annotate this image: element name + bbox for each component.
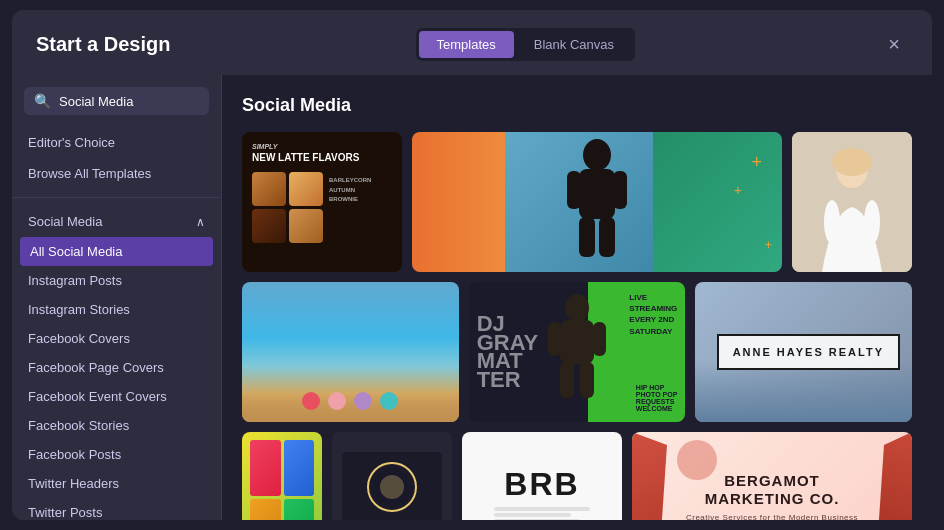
templates-grid-row3: PHOTOGRAPHER BRB — [242, 432, 912, 520]
svg-point-21 — [380, 475, 404, 499]
main-content: Social Media simply NEW LATTE FLAVORS — [222, 75, 932, 520]
sidebar-item-instagram-posts[interactable]: Instagram Posts — [12, 266, 221, 295]
dj-name-text: DJGRAYMATTER — [477, 315, 539, 390]
plus-mark-2: + — [734, 182, 742, 198]
dj-figure — [542, 290, 612, 414]
chevron-up-icon: ∧ — [196, 215, 205, 229]
sidebar-category-social-media[interactable]: Social Media ∧ — [12, 206, 221, 237]
templates-grid: simply NEW LATTE FLAVORS Barleycorn Aut — [242, 132, 912, 272]
sidebar-divider — [12, 197, 221, 198]
bergamot-subtitle: Creative Services for the Modern Busines… — [672, 513, 872, 520]
modal-title: Start a Design — [36, 33, 170, 56]
realty-name: ANNE HAYES REALTY — [733, 346, 884, 358]
svg-rect-5 — [599, 217, 615, 257]
header-tabs: Templates Blank Canvas — [416, 28, 635, 61]
woman-svg — [792, 132, 912, 272]
template-card-bergamot[interactable]: BERGAMOT MARKETING CO. Creative Services… — [632, 432, 912, 520]
sidebar-item-all-social-media[interactable]: All Social Media — [20, 237, 213, 266]
template-card-colorful[interactable] — [242, 432, 322, 520]
svg-rect-16 — [580, 362, 594, 398]
template-card-guitar[interactable]: + + + — [412, 132, 782, 272]
sidebar-item-editors-choice[interactable]: Editor's Choice — [12, 127, 221, 158]
sidebar-item-twitter-headers[interactable]: Twitter Headers — [12, 469, 221, 498]
svg-rect-1 — [579, 169, 615, 219]
modal-header: Start a Design Templates Blank Canvas × — [12, 10, 932, 75]
bergamot-content: BERGAMOT MARKETING CO. Creative Services… — [632, 472, 912, 520]
sidebar-category-label: Social Media — [28, 214, 102, 229]
latte-grid — [252, 172, 323, 243]
template-card-realty[interactable]: ANNE HAYES REALTY — [695, 282, 912, 422]
realty-text-box: ANNE HAYES REALTY — [717, 334, 900, 370]
tab-blank-canvas[interactable]: Blank Canvas — [516, 31, 632, 58]
template-card-beach[interactable] — [242, 282, 459, 422]
svg-rect-15 — [560, 362, 574, 398]
search-input[interactable] — [59, 94, 222, 109]
latte-title: NEW LATTE FLAVORS — [252, 151, 392, 164]
sidebar: 🔍 × Editor's Choice Browse All Templates… — [12, 75, 222, 520]
start-design-modal: Start a Design Templates Blank Canvas × … — [12, 10, 932, 520]
template-card-dj[interactable]: DJGRAYMATTER LIVE — [469, 282, 686, 422]
template-card-photographer[interactable]: PHOTOGRAPHER — [332, 432, 452, 520]
svg-point-8 — [824, 200, 840, 244]
sidebar-item-facebook-posts[interactable]: Facebook Posts — [12, 440, 221, 469]
latte-img-3 — [252, 209, 286, 243]
latte-img-4 — [289, 209, 323, 243]
realty-landscape — [695, 362, 912, 422]
person-figure — [557, 135, 637, 269]
svg-point-10 — [832, 148, 872, 176]
svg-point-9 — [864, 200, 880, 244]
bergamot-title: BERGAMOT MARKETING CO. — [672, 472, 872, 508]
template-card-latte[interactable]: simply NEW LATTE FLAVORS Barleycorn Aut — [242, 132, 402, 272]
sidebar-item-twitter-posts[interactable]: Twitter Posts — [12, 498, 221, 520]
search-bar[interactable]: 🔍 × — [24, 87, 209, 115]
brb-main-text: BRB — [504, 466, 579, 503]
plus-mark-3: + — [765, 238, 772, 252]
svg-point-0 — [583, 139, 611, 171]
beach-circles — [302, 392, 398, 410]
dj-hiphop-text: HIP HOPPHOTO POPREQUESTSWELCOME — [636, 384, 678, 412]
latte-side-text: Barleycorn Autumn Brownie — [329, 176, 371, 243]
modal-body: 🔍 × Editor's Choice Browse All Templates… — [12, 75, 932, 520]
template-card-brb[interactable]: BRB — [462, 432, 622, 520]
template-card-woman[interactable] — [792, 132, 912, 272]
svg-point-11 — [565, 294, 589, 322]
sidebar-item-facebook-page-covers[interactable]: Facebook Page Covers — [12, 353, 221, 382]
svg-rect-14 — [593, 322, 606, 356]
tab-templates[interactable]: Templates — [419, 31, 514, 58]
colorful-grid — [242, 432, 322, 520]
svg-rect-2 — [567, 171, 581, 209]
dj-event-text: LIVE STREAMING EVERY 2ND SATURDAY — [629, 292, 677, 337]
latte-images: Barleycorn Autumn Brownie — [252, 172, 392, 243]
plus-mark-1: + — [751, 152, 762, 173]
latte-title-text: simply NEW LATTE FLAVORS — [252, 142, 392, 164]
brb-lines — [494, 507, 590, 521]
svg-rect-12 — [560, 320, 594, 364]
svg-rect-3 — [613, 171, 627, 209]
search-icon: 🔍 — [34, 93, 51, 109]
section-title: Social Media — [242, 95, 912, 116]
latte-img-1 — [252, 172, 286, 206]
sidebar-item-browse-all[interactable]: Browse All Templates — [12, 158, 221, 189]
photographer-svg: PHOTOGRAPHER — [332, 432, 452, 520]
close-button[interactable]: × — [880, 31, 908, 59]
latte-img-2 — [289, 172, 323, 206]
svg-rect-4 — [579, 217, 595, 257]
templates-grid-row2: DJGRAYMATTER LIVE — [242, 282, 912, 422]
sidebar-item-instagram-stories[interactable]: Instagram Stories — [12, 295, 221, 324]
svg-rect-13 — [548, 322, 561, 356]
sidebar-item-facebook-event-covers[interactable]: Facebook Event Covers — [12, 382, 221, 411]
sidebar-item-facebook-covers[interactable]: Facebook Covers — [12, 324, 221, 353]
sidebar-item-facebook-stories[interactable]: Facebook Stories — [12, 411, 221, 440]
